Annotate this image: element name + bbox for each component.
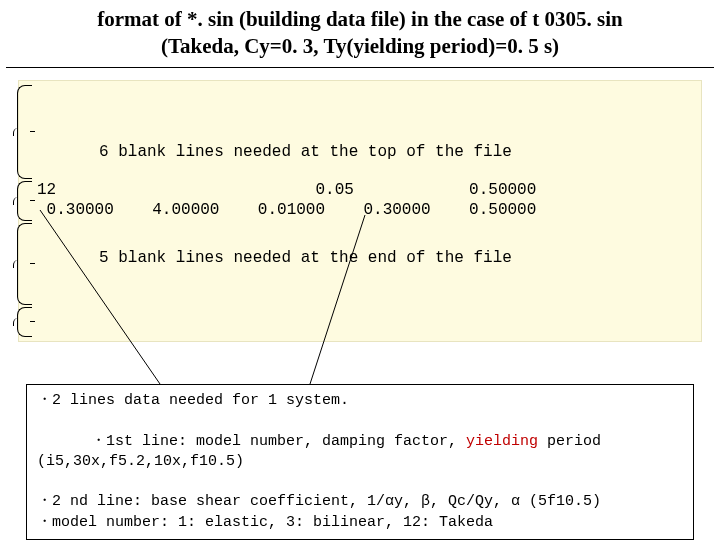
title-line-1: format of *. sin (building data file) in… <box>10 6 710 33</box>
page-title: format of *. sin (building data file) in… <box>6 4 714 68</box>
data-line-2: 0.30000 4.00000 0.01000 0.30000 0.50000 <box>37 201 693 219</box>
legend-l2-yielding: yielding <box>466 433 538 450</box>
legend-line-2: ・1st line: model number, damping factor,… <box>37 411 683 492</box>
legend-line-1: ・2 lines data needed for 1 system. <box>37 391 683 411</box>
file-format-panel: 6 blank lines needed at the top of the f… <box>18 80 702 342</box>
legend-l2a: ・1st line: model number, damping factor, <box>91 433 466 450</box>
legend-line-4: ・model number: 1: elastic, 3: bilinear, … <box>37 513 683 533</box>
note-top-blank: 6 blank lines needed at the top of the f… <box>99 143 512 161</box>
legend-line-3: ・2 nd line: base shear coefficient, 1/αy… <box>37 492 683 512</box>
brace-bottom-blank <box>17 223 32 305</box>
title-line-2: (Takeda, Cy=0. 3, Ty(yielding period)=0.… <box>10 33 710 60</box>
note-bottom-blank: 5 blank lines needed at the end of the f… <box>99 249 512 267</box>
slide: format of *. sin (building data file) in… <box>0 0 720 540</box>
data-line-1: 12 0.05 0.50000 <box>37 181 693 199</box>
brace-top-blank <box>17 85 32 179</box>
brace-extra <box>17 307 32 337</box>
brace-data-lines <box>17 181 32 221</box>
legend-box: ・2 lines data needed for 1 system. ・1st … <box>26 384 694 540</box>
